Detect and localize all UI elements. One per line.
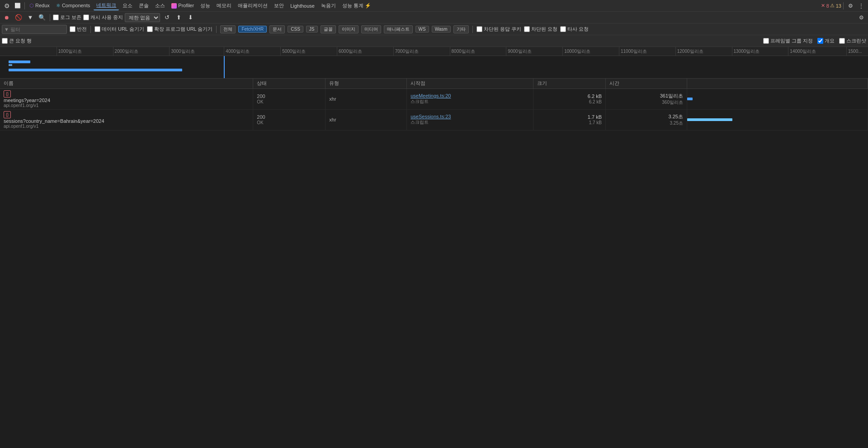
tab-application[interactable]: 애플리케이션 (235, 1, 270, 10)
initiator-link[interactable]: useSessions.ts:23 (410, 114, 451, 119)
ruler-tick: 2000밀리초 (113, 47, 138, 56)
sep6 (472, 26, 473, 33)
filter-fetch-xhr[interactable]: Fetch/XHR (238, 26, 267, 33)
network-settings-icon[interactable]: ⚙ (856, 13, 866, 23)
table-row[interactable]: {} sessions?country_name=Bahrain&year=20… (0, 109, 868, 130)
status-code: 200 (257, 114, 265, 120)
clear-button[interactable]: 🚫 (14, 13, 24, 23)
large-rows-label[interactable]: 큰 요청 행 (2, 37, 32, 44)
sep5 (216, 26, 217, 33)
blocked-cookies-label[interactable]: 차단된 응답 쿠키 (476, 26, 521, 33)
more-icon[interactable]: ⋮ (856, 1, 866, 11)
data-url-label[interactable]: 데이터 URL 숨기기 (94, 26, 144, 33)
ruler-tick: 9000밀리초 (506, 47, 531, 56)
export-button[interactable]: ⬇ (185, 13, 195, 23)
cache-disable-checkbox[interactable] (83, 14, 89, 20)
tab-network[interactable]: 네트워크 (94, 1, 119, 10)
blocked-cookies-checkbox[interactable] (476, 26, 482, 32)
overview-checkbox[interactable] (817, 38, 823, 44)
cell-size: 6.2 kB 6.2 kB (533, 89, 606, 109)
ruler-tick: 6000밀리초 (337, 47, 362, 56)
screenshots-label[interactable]: 스크린샷 (839, 37, 866, 44)
ruler-tick: 13000밀리초 (732, 47, 760, 56)
invert-label[interactable]: 반전 (70, 26, 87, 33)
tab-perf-stats[interactable]: 성능 통계 ⚡ (340, 1, 374, 10)
col-name[interactable]: 이름 (0, 79, 253, 89)
filter-js[interactable]: JS (306, 26, 318, 33)
col-size[interactable]: 크기 (533, 79, 606, 89)
refresh-icon[interactable]: ↺ (162, 13, 172, 23)
time-primary: 361밀리초 (660, 93, 683, 98)
devtools-icon1[interactable]: ⚙ (2, 1, 12, 11)
invert-checkbox[interactable] (70, 26, 75, 32)
tab-lighthouse[interactable]: Lighthouse (288, 2, 317, 9)
search-button[interactable]: 🔍 (37, 13, 47, 23)
waterfall-bar (687, 118, 732, 121)
tab-sources[interactable]: 소스 (152, 1, 168, 10)
devtools-icon2[interactable]: ⬜ (13, 1, 23, 11)
time-primary: 3.25초 (669, 114, 683, 119)
group-by-frame-checkbox[interactable] (763, 38, 769, 44)
data-url-checkbox[interactable] (94, 26, 100, 32)
ruler-tick: 5000밀리초 (280, 47, 306, 56)
blocked-requests-checkbox[interactable] (524, 26, 530, 32)
third-party-checkbox[interactable] (560, 26, 566, 32)
ext-program-checkbox[interactable] (147, 26, 153, 32)
table-row[interactable]: {} meetings?year=2024 api.openf1.org/v1 … (0, 89, 868, 109)
filter-image[interactable]: 이미지 (339, 25, 359, 33)
col-initiator[interactable]: 시작점 (407, 79, 533, 89)
record-button[interactable]: ⏺ (2, 13, 12, 23)
filter-ws[interactable]: WS (415, 26, 429, 33)
tab-profiler[interactable]: Profiler (169, 2, 197, 9)
sep3 (50, 14, 50, 21)
import-button[interactable]: ⬆ (174, 13, 184, 23)
tab-console[interactable]: 콘솔 (136, 1, 151, 10)
blocked-requests-label[interactable]: 차단된 요청 (524, 26, 557, 33)
overview-label[interactable]: 개요 (817, 37, 835, 44)
ruler-tick: 7000밀리초 (393, 47, 419, 56)
throttle-select[interactable]: 제한 없음 (125, 13, 160, 22)
col-type[interactable]: 유형 (326, 79, 407, 89)
ruler-tick: 10000밀리초 (562, 47, 590, 56)
large-rows-checkbox[interactable] (2, 38, 8, 44)
initiator-type: 스크립트 (410, 120, 429, 125)
cell-status: 200 OK (253, 109, 326, 130)
cache-disable-label[interactable]: 캐시 사용 중지 (83, 14, 123, 21)
filter-input[interactable] (10, 27, 65, 32)
filter-font[interactable]: 글꼴 (321, 25, 336, 33)
filter-other[interactable]: 기타 (453, 25, 469, 33)
filter-css[interactable]: CSS (288, 26, 303, 33)
tab-redux[interactable]: ⬡ Redux (27, 2, 52, 9)
tab-memory[interactable]: 메모리 (214, 1, 234, 10)
col-waterfall[interactable] (687, 79, 868, 89)
filter-wasm[interactable]: Wasm (432, 26, 451, 33)
tab-recorder[interactable]: 녹음기 (318, 1, 339, 10)
filter-manifest[interactable]: 매니페스트 (384, 25, 413, 33)
timeline[interactable]: 1000밀리초2000밀리초3000밀리초4000밀리초5000밀리초6000밀… (0, 47, 868, 79)
col-time[interactable]: 시간 (606, 79, 687, 89)
status-text: OK (257, 120, 263, 125)
ext-program-label[interactable]: 확장 프로그램 URL 숨기기 (147, 26, 213, 33)
third-party-label[interactable]: 타사 요청 (560, 26, 589, 33)
filter-doc[interactable]: 문서 (269, 25, 285, 33)
group-by-frame-label[interactable]: 프레임별 그룹 지정 (763, 37, 813, 44)
log-preserve-checkbox[interactable] (53, 14, 59, 20)
col-status[interactable]: 상태 (253, 79, 326, 89)
screenshots-checkbox[interactable] (839, 38, 845, 44)
ruler-tick: 1500... (846, 47, 862, 56)
network-table-container[interactable]: 이름 상태 유형 시작점 크기 시간 {} meetings?year=2024… (0, 79, 868, 436)
filter-toggle-button[interactable]: ▼ (25, 13, 35, 23)
filter-input-wrap: ▼ (2, 25, 67, 34)
initiator-link[interactable]: useMeetings.ts:20 (410, 93, 451, 98)
timeline-bars[interactable] (0, 56, 868, 79)
settings-icon[interactable]: ⚙ (845, 1, 855, 11)
tab-performance[interactable]: 성능 (198, 1, 213, 10)
size-secondary: 1.7 kB (589, 120, 602, 125)
tab-security[interactable]: 보안 (271, 1, 287, 10)
ruler-tick: 14000밀리초 (788, 47, 816, 56)
tab-components[interactable]: ⚛ Components (53, 2, 93, 9)
filter-all[interactable]: 전체 (220, 25, 236, 33)
filter-media[interactable]: 미디어 (361, 25, 381, 33)
tab-elements[interactable]: 요소 (120, 1, 135, 10)
log-preserve-label[interactable]: 로그 보존 (53, 14, 81, 21)
